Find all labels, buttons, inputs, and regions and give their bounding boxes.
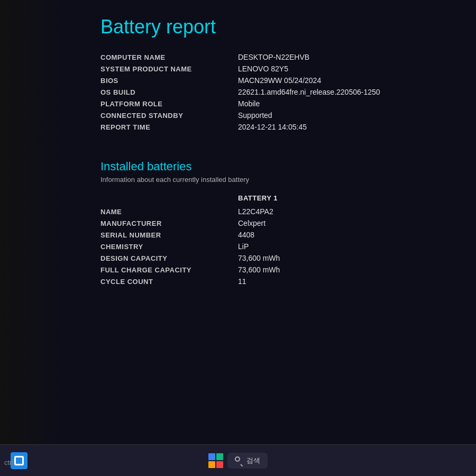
battery-value-3: LiP (238, 242, 249, 251)
battery-header-spacer (100, 194, 238, 202)
battery-value-4: 73,600 mWh (238, 254, 280, 262)
info-value-4: Mobile (238, 99, 260, 108)
battery-value-6: 11 (238, 277, 246, 286)
left-bezel (0, 0, 63, 455)
info-row: COMPUTER NAME DESKTOP-N22EHVB (100, 53, 455, 61)
battery-row: SERIAL NUMBER 4408 (100, 231, 455, 239)
battery-label-1: MANUFACTURER (100, 219, 238, 227)
battery-label-4: DESIGN CAPACITY (100, 254, 238, 262)
taskbar-center: 검색 (208, 453, 268, 469)
info-row: PLATFORM ROLE Mobile (100, 99, 455, 108)
battery-label-2: SERIAL NUMBER (100, 231, 238, 239)
info-label-5: CONNECTED STANDBY (100, 112, 238, 120)
windows-logo-icon[interactable] (208, 453, 223, 468)
battery-value-0: L22C4PA2 (238, 207, 273, 216)
battery-table: BATTERY 1 NAME L22C4PA2 MANUFACTURER Cel… (100, 194, 455, 286)
taskbar: 검색 (0, 444, 476, 476)
ctrl-label: ctrl (4, 459, 13, 466)
battery-row: NAME L22C4PA2 (100, 207, 455, 216)
page-title: Battery report (100, 16, 455, 38)
search-icon (235, 456, 243, 465)
batteries-section-title: Installed batteries (100, 160, 455, 173)
content-area: Battery report COMPUTER NAME DESKTOP-N22… (69, 0, 476, 444)
battery-label-5: FULL CHARGE CAPACITY (100, 266, 238, 274)
info-value-0: DESKTOP-N22EHVB (238, 53, 309, 61)
system-info-table: COMPUTER NAME DESKTOP-N22EHVB SYSTEM PRO… (100, 53, 455, 131)
battery-label-0: NAME (100, 208, 238, 216)
screen: Battery report COMPUTER NAME DESKTOP-N22… (0, 0, 476, 476)
info-value-3: 22621.1.amd64fre.ni_release.220506-1250 (238, 88, 380, 96)
info-row: REPORT TIME 2024-12-21 14:05:45 (100, 123, 455, 131)
info-label-0: COMPUTER NAME (100, 53, 238, 61)
info-value-2: MACN29WW 05/24/2024 (238, 76, 321, 85)
info-label-2: BIOS (100, 77, 238, 85)
battery-header-row: BATTERY 1 (100, 194, 455, 202)
battery-row: FULL CHARGE CAPACITY 73,600 mWh (100, 266, 455, 274)
battery-row: CHEMISTRY LiP (100, 242, 455, 251)
batteries-section-subtitle: Information about each currently install… (100, 176, 455, 184)
battery-row: DESIGN CAPACITY 73,600 mWh (100, 254, 455, 262)
info-value-6: 2024-12-21 14:05:45 (238, 123, 307, 131)
battery-label-3: CHEMISTRY (100, 243, 238, 251)
info-row: CONNECTED STANDBY Supported (100, 111, 455, 120)
info-row: OS BUILD 22621.1.amd64fre.ni_release.220… (100, 88, 455, 96)
battery-row: CYCLE COUNT 11 (100, 277, 455, 286)
info-label-1: SYSTEM PRODUCT NAME (100, 65, 238, 73)
info-row: SYSTEM PRODUCT NAME LENOVO 82Y5 (100, 65, 455, 73)
info-label-3: OS BUILD (100, 88, 238, 96)
battery-label-6: CYCLE COUNT (100, 278, 238, 286)
battery-header-label: BATTERY 1 (238, 194, 278, 202)
battery-row: MANUFACTURER Celxpert (100, 219, 455, 227)
info-row: BIOS MACN29WW 05/24/2024 (100, 76, 455, 85)
info-label-4: PLATFORM ROLE (100, 100, 238, 108)
info-value-5: Supported (238, 111, 272, 120)
info-label-6: REPORT TIME (100, 123, 238, 131)
taskbar-app-icon-inner (14, 456, 24, 465)
info-value-1: LENOVO 82Y5 (238, 65, 288, 73)
battery-value-1: Celxpert (238, 219, 266, 227)
battery-value-5: 73,600 mWh (238, 266, 280, 274)
battery-value-2: 4408 (238, 231, 254, 239)
installed-batteries-section: Installed batteries Information about ea… (100, 160, 455, 286)
search-label: 검색 (246, 456, 260, 465)
search-area[interactable]: 검색 (227, 453, 268, 469)
